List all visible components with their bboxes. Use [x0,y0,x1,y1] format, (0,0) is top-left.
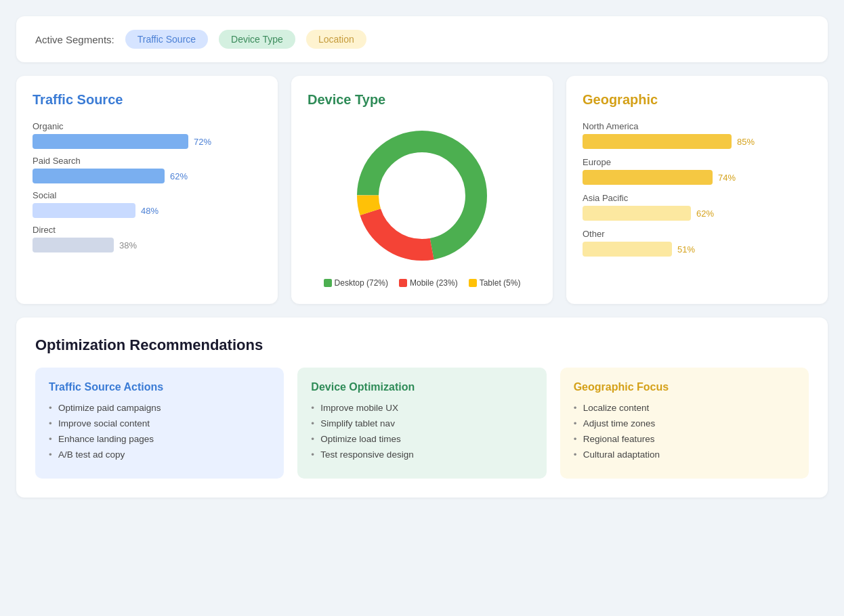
geo-other-bar [583,242,672,257]
opt-item-traffic-3: Enhance landing pages [49,434,270,444]
bar-social-pct: 48% [141,206,165,216]
segments-label: Active Segments: [35,34,114,45]
tablet-dot [469,279,477,287]
geographic-card: Geographic North America 85% Europe 74% … [566,76,828,304]
geo-asia-pacific-pct: 62% [696,208,723,219]
geo-north-america-label: North America [583,121,811,131]
bar-paid-pct: 62% [170,171,194,181]
legend-mobile-label: Mobile (23%) [410,278,458,288]
bar-organic-label: Organic [33,121,261,131]
badge-location[interactable]: Location [306,30,366,49]
segments-bar: Active Segments: Traffic Source Device T… [16,16,828,62]
opt-card-device: Device Optimization Improve mobile UX Si… [297,368,546,479]
geo-asia-pacific: Asia Pacific 62% [583,193,811,221]
badge-traffic-source[interactable]: Traffic Source [125,30,208,49]
legend-desktop-label: Desktop (72%) [335,278,388,288]
opt-card-geo-title: Geographic Focus [574,381,795,393]
opt-item-geo-1: Localize content [574,403,795,413]
legend-mobile: Mobile (23%) [399,278,458,288]
traffic-source-card: Traffic Source Organic 72% Paid Search 6… [16,76,278,304]
opt-card-traffic-title: Traffic Source Actions [49,381,270,393]
opt-item-traffic-4: A/B test ad copy [49,449,270,460]
opt-list-device: Improve mobile UX Simplify tablet nav Op… [311,403,532,460]
opt-item-geo-4: Cultural adaptation [574,449,795,460]
bar-paid-search: Paid Search 62% [33,156,261,183]
opt-item-device-1: Improve mobile UX [311,403,532,413]
opt-item-traffic-1: Optimize paid campaigns [49,403,270,413]
legend-tablet: Tablet (5%) [469,278,521,288]
geo-asia-pacific-label: Asia Pacific [583,193,811,203]
bar-direct-pct: 38% [119,240,144,250]
opt-card-traffic: Traffic Source Actions Optimize paid cam… [35,368,284,479]
bar-organic-pct: 72% [194,137,218,147]
geo-north-america-bar [583,134,732,149]
opt-card-geo: Geographic Focus Localize content Adjust… [560,368,809,479]
bar-organic-track [33,134,188,149]
device-type-title: Device Type [308,92,536,108]
bar-social-label: Social [33,190,261,200]
opt-item-geo-3: Regional features [574,434,795,444]
badge-device-type[interactable]: Device Type [219,30,295,49]
opt-item-device-4: Test responsive design [311,449,532,460]
opt-list-traffic: Optimize paid campaigns Improve social c… [49,403,270,460]
geo-other-pct: 51% [677,244,704,255]
opt-card-device-title: Device Optimization [311,381,532,393]
bar-direct: Direct 38% [33,225,261,252]
desktop-dot [324,279,332,287]
geo-europe: Europe 74% [583,157,811,185]
geo-europe-pct: 74% [718,173,745,183]
legend-desktop: Desktop (72%) [324,278,388,288]
bar-paid-label: Paid Search [33,156,261,166]
geo-europe-label: Europe [583,157,811,167]
donut-chart [347,121,497,270]
geo-europe-bar [583,170,713,185]
geo-north-america-pct: 85% [737,137,764,147]
geo-other-label: Other [583,229,811,239]
mobile-dot [399,279,407,287]
bar-direct-label: Direct [33,225,261,235]
geo-other: Other 51% [583,229,811,257]
opt-item-device-2: Simplify tablet nav [311,418,532,428]
legend-tablet-label: Tablet (5%) [480,278,521,288]
opt-item-geo-2: Adjust time zones [574,418,795,428]
geo-north-america: North America 85% [583,121,811,149]
opt-item-device-3: Optimize load times [311,434,532,444]
opt-list-geo: Localize content Adjust time zones Regio… [574,403,795,460]
opt-item-traffic-2: Improve social content [49,418,270,428]
device-type-card: Device Type Desktop (72%) [291,76,553,304]
optimization-section: Optimization Recommendations Traffic Sou… [16,317,828,498]
optimization-title: Optimization Recommendations [35,336,809,354]
geographic-title: Geographic [583,92,811,108]
traffic-source-title: Traffic Source [33,92,261,108]
bar-social-track [33,203,135,218]
bar-paid-track [33,169,165,183]
opt-cards-row: Traffic Source Actions Optimize paid cam… [35,368,809,479]
main-cards-row: Traffic Source Organic 72% Paid Search 6… [16,76,828,304]
bar-organic: Organic 72% [33,121,261,149]
donut-container: Desktop (72%) Mobile (23%) Tablet (5%) [308,121,536,288]
donut-legend: Desktop (72%) Mobile (23%) Tablet (5%) [324,278,521,288]
geo-asia-pacific-bar [583,206,691,221]
bar-direct-track [33,238,114,252]
bar-social: Social 48% [33,190,261,218]
